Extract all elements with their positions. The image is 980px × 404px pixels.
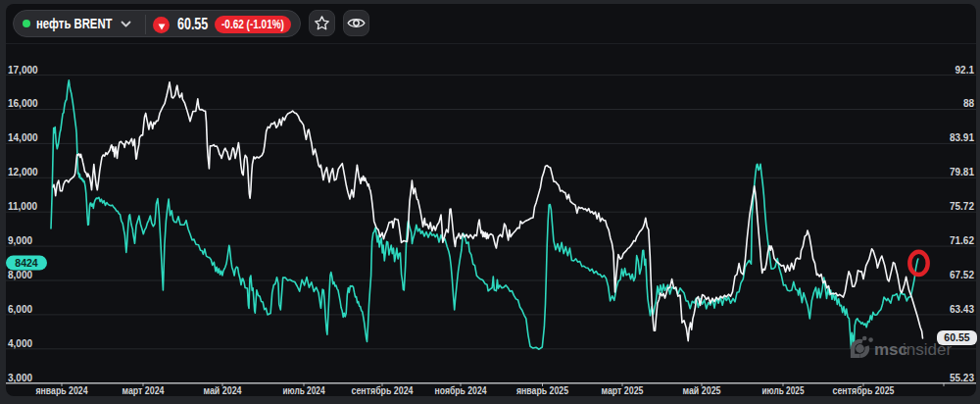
svg-text:8424: 8424 [15, 257, 38, 269]
svg-text:май 2024: май 2024 [204, 385, 242, 396]
svg-text:79.81: 79.81 [950, 167, 974, 177]
svg-text:март 2025: март 2025 [602, 385, 644, 396]
svg-text:6,000: 6,000 [8, 304, 32, 315]
svg-text:8,000: 8,000 [8, 270, 32, 280]
svg-text:4,000: 4,000 [8, 338, 32, 349]
svg-text:92.1: 92.1 [956, 65, 975, 76]
svg-text:сентябрь 2024: сентябрь 2024 [352, 385, 414, 396]
svg-text:60.55: 60.55 [944, 331, 969, 343]
svg-text:75.72: 75.72 [950, 201, 974, 212]
svg-text:май 2025: май 2025 [683, 385, 721, 396]
svg-text:июль 2025: июль 2025 [762, 385, 805, 396]
svg-text:сентябрь 2025: сентябрь 2025 [833, 385, 895, 396]
svg-text:63.43: 63.43 [950, 304, 974, 315]
svg-text:июль 2024: июль 2024 [283, 385, 325, 396]
svg-text:3,000: 3,000 [8, 373, 32, 383]
svg-text:55.23: 55.23 [950, 373, 974, 383]
svg-text:9,000: 9,000 [8, 235, 32, 246]
svg-text:83.91: 83.91 [950, 132, 974, 143]
svg-text:71.62: 71.62 [950, 235, 974, 246]
svg-text:14,000: 14,000 [8, 132, 38, 143]
svg-text:январь 2025: январь 2025 [516, 385, 568, 396]
svg-text:17,000: 17,000 [8, 65, 38, 76]
svg-text:88: 88 [963, 98, 975, 109]
svg-text:16,000: 16,000 [8, 98, 38, 109]
svg-text:ноябрь 2024: ноябрь 2024 [435, 385, 487, 396]
svg-text:11,000: 11,000 [8, 201, 37, 212]
svg-text:январь 2024: январь 2024 [36, 385, 88, 396]
svg-text:67.52: 67.52 [950, 270, 974, 280]
svg-text:март 2024: март 2024 [122, 385, 165, 396]
svg-text:12,000: 12,000 [8, 167, 38, 177]
